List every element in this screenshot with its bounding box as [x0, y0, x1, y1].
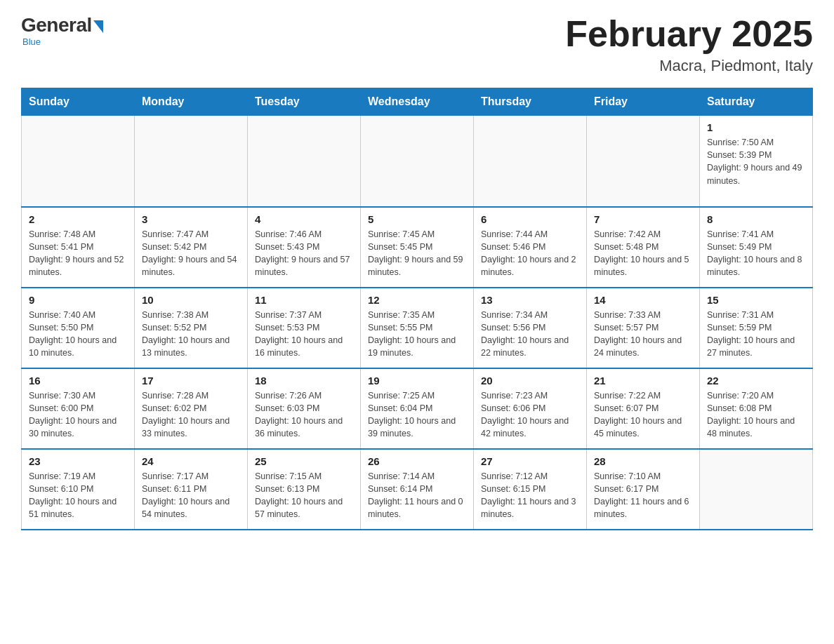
day-number: 3: [142, 213, 240, 225]
day-number: 7: [594, 213, 692, 225]
week-row-3: 9Sunrise: 7:40 AM Sunset: 5:50 PM Daylig…: [22, 288, 813, 368]
calendar-cell: 3Sunrise: 7:47 AM Sunset: 5:42 PM Daylig…: [135, 207, 248, 288]
week-row-2: 2Sunrise: 7:48 AM Sunset: 5:41 PM Daylig…: [22, 207, 813, 288]
day-number: 13: [481, 294, 579, 306]
day-number: 9: [29, 294, 127, 306]
day-info: Sunrise: 7:48 AM Sunset: 5:41 PM Dayligh…: [29, 228, 127, 279]
day-number: 16: [29, 375, 127, 387]
day-info: Sunrise: 7:33 AM Sunset: 5:57 PM Dayligh…: [594, 309, 692, 360]
calendar-cell: 14Sunrise: 7:33 AM Sunset: 5:57 PM Dayli…: [587, 288, 700, 368]
day-info: Sunrise: 7:41 AM Sunset: 5:49 PM Dayligh…: [707, 228, 805, 279]
day-info: Sunrise: 7:12 AM Sunset: 6:15 PM Dayligh…: [481, 470, 579, 521]
calendar-cell: 28Sunrise: 7:10 AM Sunset: 6:17 PM Dayli…: [587, 449, 700, 530]
calendar-cell: 2Sunrise: 7:48 AM Sunset: 5:41 PM Daylig…: [22, 207, 135, 288]
calendar-cell: 8Sunrise: 7:41 AM Sunset: 5:49 PM Daylig…: [700, 207, 813, 288]
title-block: February 2025 Macra, Piedmont, Italy: [565, 14, 813, 75]
logo-arrow-icon: [93, 20, 103, 33]
day-number: 4: [255, 213, 353, 225]
header-thursday: Thursday: [474, 88, 587, 116]
day-info: Sunrise: 7:44 AM Sunset: 5:46 PM Dayligh…: [481, 228, 579, 279]
logo-blue-text: Blue: [22, 36, 41, 47]
day-number: 11: [255, 294, 353, 306]
page-header: General Blue February 2025 Macra, Piedmo…: [21, 14, 813, 75]
day-number: 6: [481, 213, 579, 225]
header-tuesday: Tuesday: [248, 88, 361, 116]
day-info: Sunrise: 7:26 AM Sunset: 6:03 PM Dayligh…: [255, 389, 353, 441]
day-info: Sunrise: 7:45 AM Sunset: 5:45 PM Dayligh…: [368, 228, 466, 279]
day-info: Sunrise: 7:30 AM Sunset: 6:00 PM Dayligh…: [29, 389, 127, 441]
logo-general-text: General: [21, 14, 92, 36]
day-number: 21: [594, 375, 692, 387]
day-info: Sunrise: 7:10 AM Sunset: 6:17 PM Dayligh…: [594, 470, 692, 521]
day-number: 2: [29, 213, 127, 225]
day-number: 22: [707, 375, 805, 387]
header-monday: Monday: [135, 88, 248, 116]
calendar-cell: 20Sunrise: 7:23 AM Sunset: 6:06 PM Dayli…: [474, 368, 587, 449]
day-number: 23: [29, 455, 127, 467]
day-number: 19: [368, 375, 466, 387]
logo: General Blue: [21, 14, 103, 47]
day-info: Sunrise: 7:50 AM Sunset: 5:39 PM Dayligh…: [707, 136, 805, 187]
day-number: 18: [255, 375, 353, 387]
day-number: 8: [707, 213, 805, 225]
calendar-cell: 24Sunrise: 7:17 AM Sunset: 6:11 PM Dayli…: [135, 449, 248, 530]
day-number: 25: [255, 455, 353, 467]
calendar-cell: 10Sunrise: 7:38 AM Sunset: 5:52 PM Dayli…: [135, 288, 248, 368]
calendar-cell: 12Sunrise: 7:35 AM Sunset: 5:55 PM Dayli…: [361, 288, 474, 368]
day-info: Sunrise: 7:17 AM Sunset: 6:11 PM Dayligh…: [142, 470, 240, 521]
day-info: Sunrise: 7:34 AM Sunset: 5:56 PM Dayligh…: [481, 309, 579, 360]
calendar-cell: 16Sunrise: 7:30 AM Sunset: 6:00 PM Dayli…: [22, 368, 135, 449]
header-saturday: Saturday: [700, 88, 813, 116]
calendar-cell: [361, 116, 474, 207]
day-number: 26: [368, 455, 466, 467]
calendar-cell: 15Sunrise: 7:31 AM Sunset: 5:59 PM Dayli…: [700, 288, 813, 368]
calendar-cell: [474, 116, 587, 207]
day-number: 20: [481, 375, 579, 387]
day-info: Sunrise: 7:20 AM Sunset: 6:08 PM Dayligh…: [707, 389, 805, 441]
day-info: Sunrise: 7:40 AM Sunset: 5:50 PM Dayligh…: [29, 309, 127, 360]
week-row-5: 23Sunrise: 7:19 AM Sunset: 6:10 PM Dayli…: [22, 449, 813, 530]
calendar-cell: 4Sunrise: 7:46 AM Sunset: 5:43 PM Daylig…: [248, 207, 361, 288]
week-row-4: 16Sunrise: 7:30 AM Sunset: 6:00 PM Dayli…: [22, 368, 813, 449]
calendar-location: Macra, Piedmont, Italy: [565, 57, 813, 75]
day-number: 1: [707, 121, 805, 133]
calendar-cell: 18Sunrise: 7:26 AM Sunset: 6:03 PM Dayli…: [248, 368, 361, 449]
calendar-cell: 27Sunrise: 7:12 AM Sunset: 6:15 PM Dayli…: [474, 449, 587, 530]
day-info: Sunrise: 7:47 AM Sunset: 5:42 PM Dayligh…: [142, 228, 240, 279]
calendar-cell: 9Sunrise: 7:40 AM Sunset: 5:50 PM Daylig…: [22, 288, 135, 368]
day-number: 17: [142, 375, 240, 387]
day-info: Sunrise: 7:35 AM Sunset: 5:55 PM Dayligh…: [368, 309, 466, 360]
calendar-cell: [587, 116, 700, 207]
day-info: Sunrise: 7:37 AM Sunset: 5:53 PM Dayligh…: [255, 309, 353, 360]
calendar-cell: 1Sunrise: 7:50 AM Sunset: 5:39 PM Daylig…: [700, 116, 813, 207]
calendar-cell: [135, 116, 248, 207]
calendar-cell: 25Sunrise: 7:15 AM Sunset: 6:13 PM Dayli…: [248, 449, 361, 530]
calendar-header-row: SundayMondayTuesdayWednesdayThursdayFrid…: [22, 88, 813, 116]
day-number: 10: [142, 294, 240, 306]
calendar-cell: 13Sunrise: 7:34 AM Sunset: 5:56 PM Dayli…: [474, 288, 587, 368]
day-number: 12: [368, 294, 466, 306]
week-row-1: 1Sunrise: 7:50 AM Sunset: 5:39 PM Daylig…: [22, 116, 813, 207]
calendar-cell: 22Sunrise: 7:20 AM Sunset: 6:08 PM Dayli…: [700, 368, 813, 449]
calendar-cell: 11Sunrise: 7:37 AM Sunset: 5:53 PM Dayli…: [248, 288, 361, 368]
calendar-cell: [248, 116, 361, 207]
calendar-cell: 5Sunrise: 7:45 AM Sunset: 5:45 PM Daylig…: [361, 207, 474, 288]
day-number: 24: [142, 455, 240, 467]
day-info: Sunrise: 7:31 AM Sunset: 5:59 PM Dayligh…: [707, 309, 805, 360]
calendar-cell: 7Sunrise: 7:42 AM Sunset: 5:48 PM Daylig…: [587, 207, 700, 288]
day-info: Sunrise: 7:19 AM Sunset: 6:10 PM Dayligh…: [29, 470, 127, 521]
day-info: Sunrise: 7:42 AM Sunset: 5:48 PM Dayligh…: [594, 228, 692, 279]
calendar-cell: 17Sunrise: 7:28 AM Sunset: 6:02 PM Dayli…: [135, 368, 248, 449]
calendar-title: February 2025: [565, 14, 813, 54]
day-number: 28: [594, 455, 692, 467]
header-sunday: Sunday: [22, 88, 135, 116]
day-info: Sunrise: 7:23 AM Sunset: 6:06 PM Dayligh…: [481, 389, 579, 441]
header-wednesday: Wednesday: [361, 88, 474, 116]
day-info: Sunrise: 7:25 AM Sunset: 6:04 PM Dayligh…: [368, 389, 466, 441]
day-number: 5: [368, 213, 466, 225]
calendar-table: SundayMondayTuesdayWednesdayThursdayFrid…: [21, 88, 813, 530]
calendar-cell: [22, 116, 135, 207]
day-number: 14: [594, 294, 692, 306]
calendar-cell: 6Sunrise: 7:44 AM Sunset: 5:46 PM Daylig…: [474, 207, 587, 288]
calendar-cell: 19Sunrise: 7:25 AM Sunset: 6:04 PM Dayli…: [361, 368, 474, 449]
